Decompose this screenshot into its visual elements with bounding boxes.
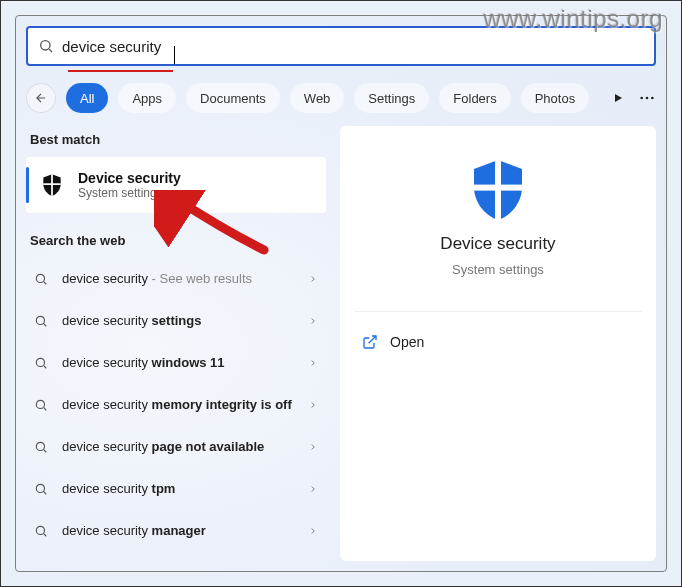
svg-line-10 bbox=[44, 282, 47, 285]
tab-folders[interactable]: Folders bbox=[439, 83, 510, 113]
svg-line-18 bbox=[44, 450, 47, 453]
chevron-right-icon bbox=[308, 524, 318, 539]
search-panel: All Apps Documents Web Settings Folders … bbox=[15, 15, 667, 572]
chevron-right-icon bbox=[308, 314, 318, 329]
tab-apps[interactable]: Apps bbox=[118, 83, 176, 113]
web-result-text: device security settings bbox=[62, 313, 308, 329]
text-cursor bbox=[174, 46, 175, 64]
filter-tabs: All Apps Documents Web Settings Folders … bbox=[26, 78, 656, 118]
best-match-heading: Best match bbox=[26, 126, 326, 157]
web-result[interactable]: device security - See web results bbox=[26, 258, 326, 300]
web-result-text: device security manager bbox=[62, 523, 308, 539]
tab-documents[interactable]: Documents bbox=[186, 83, 280, 113]
web-result[interactable]: device security tpm bbox=[26, 468, 326, 510]
svg-line-20 bbox=[44, 492, 47, 495]
best-match-title: Device security bbox=[78, 170, 181, 186]
svg-point-6 bbox=[651, 97, 654, 100]
svg-point-9 bbox=[36, 274, 44, 282]
web-result[interactable]: device security manager bbox=[26, 510, 326, 552]
svg-point-5 bbox=[645, 97, 648, 100]
search-icon bbox=[34, 398, 50, 412]
chevron-right-icon bbox=[308, 482, 318, 497]
divider bbox=[354, 311, 642, 312]
search-input[interactable] bbox=[62, 38, 644, 55]
best-match-text: Device security System settings bbox=[78, 170, 181, 200]
results-content: Best match Device security System settin… bbox=[26, 126, 656, 561]
detail-pane: Device security System settings Open bbox=[340, 126, 656, 561]
svg-point-4 bbox=[640, 97, 643, 100]
svg-line-25 bbox=[369, 336, 376, 343]
tab-all[interactable]: All bbox=[66, 83, 108, 113]
more-options-button[interactable] bbox=[638, 83, 656, 113]
svg-point-11 bbox=[36, 316, 44, 324]
shield-icon bbox=[462, 154, 534, 226]
open-action[interactable]: Open bbox=[358, 324, 638, 360]
open-icon bbox=[362, 334, 378, 350]
back-button[interactable] bbox=[26, 83, 56, 113]
web-result-text: device security page not available bbox=[62, 439, 308, 455]
web-result-text: device security - See web results bbox=[62, 271, 308, 287]
web-result-text: device security windows 11 bbox=[62, 355, 308, 371]
svg-line-14 bbox=[44, 366, 47, 369]
svg-line-16 bbox=[44, 408, 47, 411]
search-icon bbox=[34, 482, 50, 496]
tab-web[interactable]: Web bbox=[290, 83, 345, 113]
detail-title: Device security bbox=[440, 234, 555, 254]
svg-rect-8 bbox=[43, 183, 60, 185]
search-icon bbox=[34, 272, 50, 286]
search-icon bbox=[34, 440, 50, 454]
svg-point-17 bbox=[36, 442, 44, 450]
svg-line-1 bbox=[49, 49, 52, 52]
best-match-result[interactable]: Device security System settings bbox=[26, 157, 326, 213]
tab-settings[interactable]: Settings bbox=[354, 83, 429, 113]
web-result-text: device security tpm bbox=[62, 481, 308, 497]
web-result[interactable]: device security page not available bbox=[26, 426, 326, 468]
tab-photos[interactable]: Photos bbox=[521, 83, 589, 113]
search-icon bbox=[34, 524, 50, 538]
svg-line-12 bbox=[44, 324, 47, 327]
web-result[interactable]: device security windows 11 bbox=[26, 342, 326, 384]
svg-point-13 bbox=[36, 358, 44, 366]
svg-line-22 bbox=[44, 534, 47, 537]
svg-rect-24 bbox=[474, 185, 522, 191]
best-match-subtitle: System settings bbox=[78, 186, 181, 200]
chevron-right-icon bbox=[308, 356, 318, 371]
svg-point-19 bbox=[36, 484, 44, 492]
search-icon bbox=[34, 314, 50, 328]
detail-subtitle: System settings bbox=[452, 262, 544, 277]
search-icon bbox=[38, 38, 54, 54]
detail-header: Device security System settings bbox=[358, 154, 638, 277]
annotation-underline bbox=[68, 70, 173, 72]
open-label: Open bbox=[390, 334, 424, 350]
search-icon bbox=[34, 356, 50, 370]
chevron-right-icon bbox=[308, 440, 318, 455]
svg-point-21 bbox=[36, 526, 44, 534]
shield-icon bbox=[38, 171, 66, 199]
play-button[interactable] bbox=[609, 83, 627, 113]
results-left-column: Best match Device security System settin… bbox=[26, 126, 326, 561]
web-result[interactable]: device security settings bbox=[26, 300, 326, 342]
search-bar[interactable] bbox=[26, 26, 656, 66]
svg-point-15 bbox=[36, 400, 44, 408]
web-result-text: device security memory integrity is off bbox=[62, 397, 308, 413]
svg-marker-3 bbox=[615, 94, 622, 102]
svg-point-0 bbox=[41, 41, 50, 50]
web-result[interactable]: device security memory integrity is off bbox=[26, 384, 326, 426]
chevron-right-icon bbox=[308, 398, 318, 413]
search-web-heading: Search the web bbox=[26, 227, 326, 258]
chevron-right-icon bbox=[308, 272, 318, 287]
